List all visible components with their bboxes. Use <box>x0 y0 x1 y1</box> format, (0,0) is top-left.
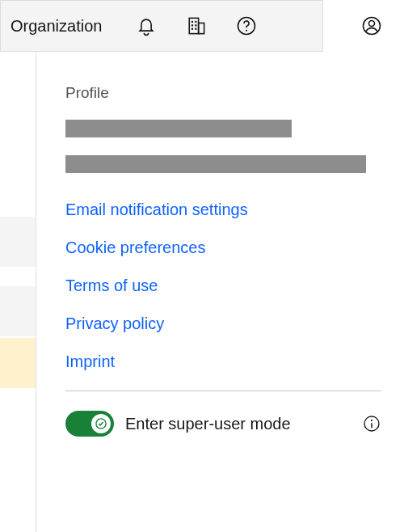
building-icon <box>185 15 208 37</box>
header-bar: Organization <box>0 0 323 52</box>
svg-point-14 <box>371 420 372 421</box>
profile-dropdown: Profile Email notification settings Cook… <box>36 52 404 532</box>
help-button[interactable] <box>221 1 271 51</box>
svg-rect-2 <box>191 21 193 23</box>
profile-email-redacted <box>65 155 366 173</box>
super-user-toggle-row: Enter super-user mode <box>65 411 381 437</box>
svg-point-11 <box>369 20 375 26</box>
super-user-info-button[interactable] <box>362 414 381 433</box>
cookie-preferences-link[interactable]: Cookie preferences <box>65 239 381 257</box>
divider <box>65 391 381 391</box>
imprint-link[interactable]: Imprint <box>65 353 381 371</box>
organization-dropdown[interactable]: Organization <box>7 1 121 51</box>
super-user-toggle-label: Enter super-user mode <box>125 415 351 433</box>
profile-link-list: Email notification settings Cookie prefe… <box>65 201 381 371</box>
sidebar-row-bg <box>0 286 36 336</box>
svg-rect-0 <box>190 18 199 33</box>
svg-rect-4 <box>191 24 193 26</box>
sidebar-row-bg <box>0 217 36 267</box>
organization-switcher-button[interactable] <box>171 1 221 51</box>
toggle-knob <box>91 414 111 433</box>
user-icon <box>360 15 383 37</box>
email-notification-settings-link[interactable]: Email notification settings <box>65 201 381 219</box>
user-menu-button[interactable] <box>339 0 404 52</box>
svg-rect-5 <box>196 24 197 26</box>
notifications-button[interactable] <box>121 1 171 51</box>
svg-rect-1 <box>199 23 204 34</box>
terms-of-use-link[interactable]: Terms of use <box>65 277 381 295</box>
svg-rect-6 <box>191 28 193 30</box>
profile-heading: Profile <box>65 84 381 102</box>
bell-icon <box>135 15 158 37</box>
svg-rect-3 <box>196 21 197 23</box>
super-user-toggle[interactable] <box>65 411 114 437</box>
sidebar-sliver <box>0 52 36 532</box>
sidebar-row-highlighted <box>0 338 36 388</box>
profile-name-redacted <box>65 120 292 137</box>
svg-rect-7 <box>196 28 197 30</box>
privacy-policy-link[interactable]: Privacy policy <box>65 315 381 333</box>
svg-point-9 <box>246 30 247 32</box>
info-icon <box>362 414 381 433</box>
help-icon <box>235 15 258 37</box>
checkmark-icon <box>95 418 107 429</box>
